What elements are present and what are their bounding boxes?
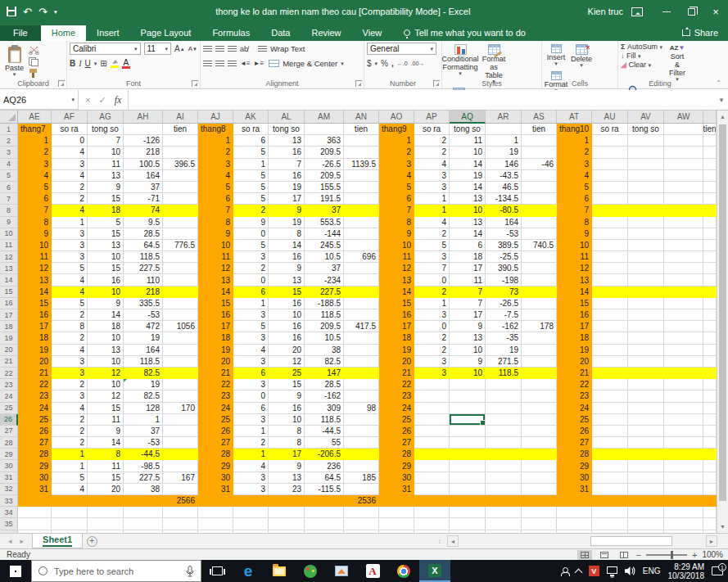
speaker-icon[interactable] xyxy=(625,566,635,575)
cell-AF7[interactable]: 2 xyxy=(52,193,88,205)
cell-AR33[interactable] xyxy=(486,495,522,507)
cell-AQ33[interactable] xyxy=(450,495,486,507)
cell-AF1[interactable]: so ra xyxy=(52,124,88,135)
cell-AW7[interactable] xyxy=(664,193,703,205)
cell-AP2[interactable]: 2 xyxy=(414,135,450,147)
cell-AW20[interactable] xyxy=(664,345,703,356)
cell-AW9[interactable] xyxy=(664,217,703,228)
cell-AG19[interactable]: 10 xyxy=(88,332,124,344)
cell-AJ7[interactable]: 6 xyxy=(198,193,233,205)
cell-AO30[interactable]: 29 xyxy=(379,460,414,471)
cell-AW27[interactable] xyxy=(664,426,703,437)
cell-AH29[interactable]: -44.5 xyxy=(124,449,163,460)
cell-AE22[interactable]: 21 xyxy=(18,368,52,379)
cell-AG17[interactable]: 14 xyxy=(88,309,124,321)
accounting-format-button[interactable]: $ xyxy=(367,59,372,69)
cell-AL31[interactable]: 13 xyxy=(269,472,305,484)
cell-AT1[interactable]: thang10 xyxy=(557,124,592,135)
cell-AV5[interactable] xyxy=(628,170,664,182)
cell-AN11[interactable] xyxy=(344,240,379,251)
cell-AP31[interactable] xyxy=(414,472,450,484)
cell-AR18[interactable]: -162 xyxy=(486,321,522,332)
cell-AG8[interactable]: 18 xyxy=(88,205,124,216)
cell-AQ32[interactable] xyxy=(450,484,486,495)
cell-AQ2[interactable]: 11 xyxy=(450,135,486,147)
cell-AP22[interactable]: 3 xyxy=(414,368,450,379)
cell-AM7[interactable]: 191.5 xyxy=(305,193,344,205)
cell-AE24[interactable]: 23 xyxy=(18,390,52,402)
cell-AT23[interactable]: 22 xyxy=(557,379,592,390)
cell-AJ24[interactable]: 23 xyxy=(198,390,233,402)
chrome-button[interactable] xyxy=(388,560,419,582)
cell-AM25[interactable]: 309 xyxy=(305,403,344,414)
cell-AG10[interactable]: 15 xyxy=(88,228,124,240)
cell-AQ24[interactable] xyxy=(450,390,486,402)
cell-AO13[interactable]: 12 xyxy=(379,263,414,274)
cell-AF16[interactable]: 5 xyxy=(52,298,88,309)
cell-AQ13[interactable]: 17 xyxy=(450,263,486,274)
cell-AS6[interactable] xyxy=(522,182,557,193)
cell-AU24[interactable] xyxy=(592,390,628,402)
row-header-13[interactable]: 13 xyxy=(0,263,18,274)
ribbon-tab-home[interactable]: Home xyxy=(41,25,86,41)
cell-AL29[interactable]: 17 xyxy=(269,449,305,460)
cell-AF35[interactable] xyxy=(52,518,88,530)
cell-AR25[interactable] xyxy=(486,403,522,414)
cell-AW3[interactable] xyxy=(664,147,703,158)
start-button[interactable] xyxy=(0,560,31,582)
insert-cells-button[interactable]: Insert ▾ xyxy=(545,43,567,68)
cell-AW8[interactable] xyxy=(664,205,703,216)
cell-AP33[interactable] xyxy=(414,495,450,507)
cell-AQ8[interactable]: 10 xyxy=(450,205,486,216)
cell-AJ20[interactable]: 19 xyxy=(198,345,233,356)
cell-AN30[interactable] xyxy=(344,460,379,471)
cell-AF10[interactable]: 3 xyxy=(52,228,88,240)
row-header-6[interactable]: 6 xyxy=(0,182,18,193)
cell-AJ4[interactable]: 3 xyxy=(198,159,233,170)
cell-AM19[interactable]: 10.5 xyxy=(305,332,344,344)
cell-AK32[interactable]: 3 xyxy=(233,484,269,495)
cell-AR29[interactable] xyxy=(486,449,522,460)
cell-AK2[interactable]: 6 xyxy=(233,135,269,147)
cell-AS34[interactable] xyxy=(522,507,557,518)
cell-AP32[interactable] xyxy=(414,484,450,495)
cell-AS35[interactable] xyxy=(522,518,557,530)
enter-check-icon[interactable]: ✓ xyxy=(98,95,106,106)
orientation-button[interactable]: ab̸ xyxy=(240,44,248,54)
cell-AQ16[interactable]: 7 xyxy=(450,298,486,309)
cell-AT35[interactable] xyxy=(557,518,592,530)
cell-AN13[interactable] xyxy=(344,263,379,274)
cell-AV28[interactable] xyxy=(628,437,664,449)
cell-AV23[interactable] xyxy=(628,379,664,390)
horizontal-scroll-thumb[interactable] xyxy=(590,536,672,546)
cell-AX16[interactable] xyxy=(703,298,717,309)
cell-AU4[interactable] xyxy=(592,159,628,170)
cell-AL28[interactable]: 8 xyxy=(269,437,305,449)
cell-AF23[interactable]: 2 xyxy=(52,379,88,390)
cell-AW21[interactable] xyxy=(664,356,703,368)
cell-AO24[interactable]: 23 xyxy=(379,390,414,402)
cell-AP15[interactable]: 2 xyxy=(414,286,450,298)
cell-AX10[interactable] xyxy=(703,228,717,240)
cell-AH7[interactable]: -71 xyxy=(124,193,163,205)
cell-AH24[interactable]: 82.5 xyxy=(124,390,163,402)
cell-AI18[interactable]: 1056 xyxy=(163,321,198,332)
conditional-formatting-button[interactable]: Conditional Formatting ▾ xyxy=(445,43,476,78)
page-break-view-button[interactable] xyxy=(617,550,631,560)
cell-AQ12[interactable]: 18 xyxy=(450,251,486,263)
row-header-29[interactable]: 29 xyxy=(0,449,18,460)
row-header-10[interactable]: 10 xyxy=(0,228,18,240)
column-header-AS[interactable]: AS xyxy=(522,111,557,124)
cell-AM8[interactable]: 37 xyxy=(305,205,344,216)
cell-AL22[interactable]: 25 xyxy=(269,368,305,379)
cell-AT20[interactable]: 19 xyxy=(557,345,592,356)
cell-AH28[interactable]: -53 xyxy=(124,437,163,449)
cell-AV17[interactable] xyxy=(628,309,664,321)
cell-AG21[interactable]: 10 xyxy=(88,356,124,368)
cell-AU14[interactable] xyxy=(592,274,628,286)
cell-AJ21[interactable]: 20 xyxy=(198,356,233,368)
cell-AV10[interactable] xyxy=(628,228,664,240)
row-header-30[interactable]: 30 xyxy=(0,460,18,471)
cell-AS24[interactable] xyxy=(522,390,557,402)
cell-AH4[interactable]: 100.5 xyxy=(124,159,163,170)
